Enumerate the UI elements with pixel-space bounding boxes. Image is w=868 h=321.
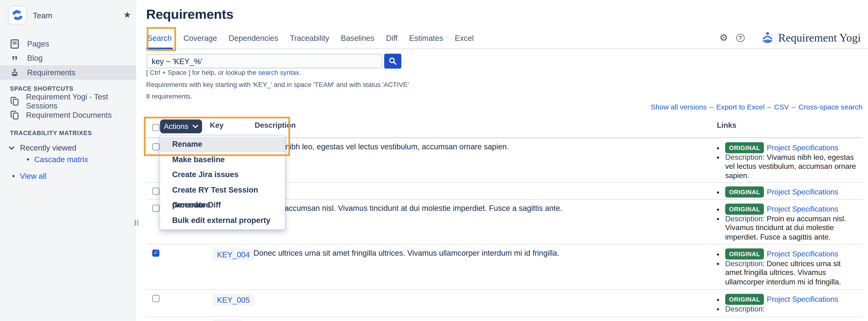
column-header-key: Key bbox=[210, 121, 253, 137]
export-to-excel-link[interactable]: Export to Excel bbox=[716, 103, 765, 111]
requirement-links: ORIGINALProject Specifications Descripti… bbox=[716, 248, 863, 289]
column-header-description: Description bbox=[255, 121, 716, 137]
cascade-matrix-link[interactable]: Cascade matrix bbox=[34, 155, 88, 164]
shortcut-label: Requirement Documents bbox=[26, 110, 112, 120]
row-checkbox[interactable] bbox=[152, 250, 159, 257]
page-link[interactable]: Project Specifications bbox=[767, 205, 838, 213]
yogi-icon bbox=[10, 68, 20, 77]
original-badge: ORIGINAL bbox=[725, 248, 764, 259]
requirement-key-link[interactable]: KEY_005 bbox=[213, 294, 254, 306]
sidebar: Team ★ Pages ” Blog Requirements SPACE S… bbox=[0, 0, 136, 321]
quote-icon: ” bbox=[10, 55, 20, 61]
requirement-links: ORIGINALProject Specifications bbox=[716, 186, 863, 199]
sidebar-resize-handle[interactable] bbox=[134, 220, 140, 226]
actions-dropdown-menu: Rename Make baseline Create Jira issues … bbox=[160, 135, 285, 230]
tab-excel[interactable]: Excel bbox=[454, 28, 475, 48]
search-icon bbox=[389, 57, 397, 65]
sidebar-item-blog[interactable]: ” Blog bbox=[0, 51, 136, 65]
table-row: KEY_004 Donec ultrices urna sit amet fri… bbox=[146, 245, 862, 290]
next-row-key-chip-partial bbox=[213, 319, 241, 321]
view-all-link[interactable]: View all bbox=[20, 171, 46, 180]
help-icon[interactable]: ? bbox=[736, 33, 744, 42]
original-badge: ORIGINAL bbox=[725, 204, 764, 215]
requirement-description: Proin eu accumsan nisl. Vivamus tincidun… bbox=[253, 204, 716, 244]
search-bar bbox=[146, 54, 401, 69]
star-favorite-icon[interactable]: ★ bbox=[123, 10, 131, 19]
requirement-description bbox=[253, 186, 716, 199]
tab-estimates[interactable]: Estimates bbox=[408, 28, 444, 48]
result-count: 8 requirements. bbox=[146, 92, 192, 100]
export-links: Show all versions–Export to Excel–CSV–Cr… bbox=[651, 103, 863, 111]
cross-space-search-link[interactable]: Cross-space search bbox=[798, 103, 862, 111]
copy-pages-icon bbox=[10, 97, 20, 106]
sidebar-nav: Pages ” Blog Requirements bbox=[0, 37, 136, 80]
original-badge: ORIGINAL bbox=[725, 142, 764, 153]
search-syntax-link[interactable]: search syntax bbox=[258, 69, 299, 76]
copy-pages-icon bbox=[10, 110, 20, 120]
recently-viewed-toggle[interactable]: Recently viewed bbox=[9, 143, 76, 152]
confluence-space-logo-icon bbox=[9, 7, 26, 24]
search-help-line: [ Ctrl + Space ] for help, or lookup the… bbox=[146, 69, 301, 76]
tab-search[interactable]: Search bbox=[146, 28, 173, 48]
space-header[interactable]: Team bbox=[9, 7, 52, 24]
page-link[interactable]: Project Specifications bbox=[767, 250, 838, 258]
search-button[interactable] bbox=[384, 54, 401, 69]
tab-diff[interactable]: Diff bbox=[385, 28, 399, 48]
menu-item-generate-diff[interactable]: Generate Diff bbox=[160, 197, 285, 213]
menu-item-create-jira-issues[interactable]: Create Jira issues bbox=[160, 167, 285, 182]
page-icon bbox=[10, 39, 20, 49]
row-checkbox[interactable] bbox=[152, 295, 159, 302]
sidebar-item-pages[interactable]: Pages bbox=[0, 37, 136, 51]
row-checkbox[interactable] bbox=[152, 143, 159, 151]
column-header-links: Links bbox=[717, 121, 863, 137]
table-row: KEY_005 ORIGINALProject Specifications D… bbox=[146, 290, 862, 317]
table-header-row: Key Description Links Actions bbox=[146, 118, 862, 138]
requirement-description: Vivamus nibh leo, egestas vel lectus ves… bbox=[253, 142, 716, 182]
page-link[interactable]: Project Specifications bbox=[767, 295, 838, 303]
header-icons: ⚙ ? Requirement Yogi bbox=[719, 28, 861, 47]
sidebar-item-label: Blog bbox=[27, 54, 42, 62]
actions-dropdown-button[interactable]: Actions bbox=[160, 120, 202, 133]
query-summary: Requirements with key starting with 'KEY… bbox=[146, 81, 409, 89]
requirement-links: ORIGINALProject Specifications Descripti… bbox=[716, 204, 863, 244]
requirement-description bbox=[253, 294, 716, 317]
recent-matrix-item: •Cascade matrix bbox=[27, 155, 88, 164]
original-badge: ORIGINAL bbox=[725, 186, 764, 197]
tab-baselines[interactable]: Baselines bbox=[340, 28, 376, 48]
search-input[interactable] bbox=[146, 54, 382, 69]
requirement-key-link[interactable]: KEY_004 bbox=[213, 248, 254, 260]
sidebar-item-requirements[interactable]: Requirements bbox=[0, 65, 136, 80]
shortcut-label: Requirement Yogi - Test Sessions bbox=[26, 92, 136, 110]
tab-coverage[interactable]: Coverage bbox=[182, 28, 218, 48]
row-checkbox[interactable] bbox=[152, 205, 159, 212]
tab-traceability[interactable]: Traceability bbox=[289, 28, 330, 48]
requirement-description: Donec ultrices urna sit amet fringilla u… bbox=[253, 248, 716, 289]
row-checkbox[interactable] bbox=[152, 188, 159, 195]
page-title: Requirements bbox=[146, 7, 233, 22]
requirement-links: ORIGINALProject Specifications Descripti… bbox=[716, 294, 863, 317]
section-space-shortcuts-title: SPACE SHORTCUTS bbox=[10, 85, 73, 92]
sidebar-item-requirement-documents[interactable]: Requirement Documents bbox=[10, 109, 112, 121]
csv-link[interactable]: CSV bbox=[774, 103, 789, 111]
sidebar-item-ry-test-sessions[interactable]: Requirement Yogi - Test Sessions bbox=[10, 96, 136, 107]
original-badge: ORIGINAL bbox=[725, 294, 764, 304]
menu-item-rename[interactable]: Rename bbox=[160, 137, 285, 152]
recently-viewed-label: Recently viewed bbox=[20, 143, 76, 152]
menu-item-make-baseline[interactable]: Make baseline bbox=[160, 152, 285, 167]
section-traceability-matrixes-title: TRACEABILITY MATRIXES bbox=[10, 129, 92, 136]
page-link[interactable]: Project Specifications bbox=[767, 188, 838, 196]
gear-icon[interactable]: ⚙ bbox=[719, 33, 728, 42]
view-all-item: •View all bbox=[12, 171, 46, 180]
brand-name: Requirement Yogi bbox=[778, 31, 861, 44]
page-link[interactable]: Project Specifications bbox=[767, 143, 838, 152]
requirement-yogi-brand: Requirement Yogi bbox=[761, 30, 861, 45]
show-all-versions-link[interactable]: Show all versions bbox=[651, 103, 707, 111]
chevron-down-icon bbox=[9, 146, 14, 150]
requirement-links: ORIGINALProject Specifications Descripti… bbox=[716, 142, 863, 182]
requirement-yogi-logo-icon bbox=[761, 30, 774, 45]
menu-item-create-ry-test-session-procedure[interactable]: Create RY Test Session procedure bbox=[160, 182, 285, 197]
select-all-checkbox[interactable] bbox=[152, 124, 159, 131]
space-name: Team bbox=[33, 11, 52, 20]
tab-dependencies[interactable]: Dependencies bbox=[227, 28, 279, 48]
menu-item-bulk-edit-external-property[interactable]: Bulk edit external property bbox=[160, 213, 285, 228]
